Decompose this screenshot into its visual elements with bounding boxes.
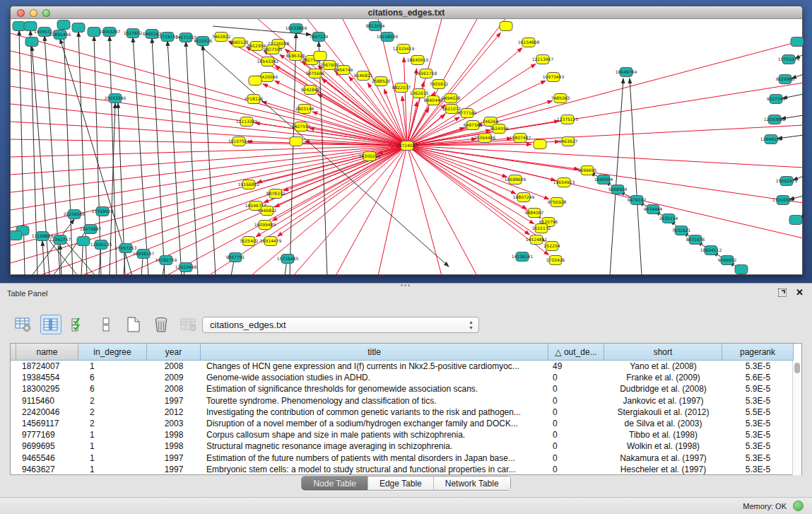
table-cell: 2009 (147, 372, 201, 383)
graph-edge[interactable] (167, 41, 182, 275)
column-header-short[interactable]: short (604, 344, 722, 361)
memory-status-dot[interactable] (793, 501, 804, 511)
graph-node-label: 1449822 (258, 208, 277, 213)
show-columns-icon[interactable] (40, 315, 61, 334)
graph-edge[interactable] (630, 78, 642, 275)
graph-edge[interactable] (11, 122, 407, 146)
graph-edge[interactable] (407, 146, 804, 203)
graph-node[interactable] (500, 22, 512, 31)
table-cell: 2003 (147, 418, 201, 429)
graph-node-label: 17359928 (92, 209, 114, 214)
network-window[interactable]: citations_edges.txt 18724007746382285601… (10, 6, 803, 275)
graph-edge[interactable] (11, 104, 407, 146)
graph-node-label: 19166852 (238, 182, 260, 187)
splitter-drag-handle[interactable] (401, 284, 411, 287)
table-cell: 19384554 (16, 372, 78, 383)
graph-edge[interactable] (60, 245, 61, 275)
graph-edge[interactable] (11, 139, 407, 146)
column-header-year[interactable]: year (147, 344, 201, 361)
graph-edge[interactable] (782, 94, 804, 98)
close-panel-icon[interactable]: ✕ (796, 287, 804, 298)
graph-node[interactable] (11, 231, 22, 240)
delete-trash-icon[interactable] (151, 315, 172, 334)
graph-edge[interactable] (32, 219, 74, 275)
graph-node-label: 7625402 (240, 238, 259, 243)
graph-node-label: 8560128 (230, 40, 249, 45)
graph-node-label: 9245652 (718, 257, 737, 262)
graph-edge[interactable] (407, 146, 529, 235)
graph-edge[interactable] (407, 146, 477, 275)
table-row[interactable]: 1456911722003Disruption of a novel membe… (11, 418, 801, 429)
table-row[interactable]: 946362711997Embryonic stem cells: a mode… (11, 464, 801, 475)
table-tabbar: Node Table Edge Table Network Table (0, 476, 812, 493)
table-cell: Corpus callosum shape and size in male p… (201, 429, 548, 440)
graph-node-label: 2588520 (372, 78, 391, 83)
column-header-title[interactable]: title (201, 344, 548, 361)
row-gutter (11, 429, 16, 440)
graph-node[interactable] (249, 76, 261, 86)
row-gutter (11, 395, 16, 407)
table-row[interactable]: 1830029562008Estimation of significance … (11, 383, 801, 395)
tab-edge-table[interactable]: Edge Table (368, 477, 434, 490)
table-row[interactable]: 946554611997Estimation of the future num… (11, 452, 801, 464)
window-titlebar[interactable]: citations_edges.txt (11, 6, 802, 19)
graph-node-label: 7463822 (212, 34, 231, 39)
table-cell: 5.3E-5 (722, 440, 794, 452)
graph-edge[interactable] (378, 146, 407, 275)
column-header-pagerank[interactable]: pagerank (722, 344, 794, 361)
graph-node[interactable] (290, 137, 302, 146)
graph-node[interactable] (77, 237, 90, 246)
table-vertical-scrollbar[interactable] (792, 361, 801, 475)
graph-edge[interactable] (283, 146, 407, 191)
table-settings-icon[interactable] (13, 315, 34, 334)
float-panel-icon[interactable] (778, 288, 787, 297)
graph-edge[interactable] (293, 146, 407, 275)
graph-edge[interactable] (133, 37, 148, 275)
graph-node[interactable] (534, 140, 546, 149)
table-cell: 0 (548, 464, 604, 475)
graph-edge[interactable] (407, 146, 534, 224)
graph-edge[interactable] (407, 146, 549, 199)
graph-node[interactable] (57, 21, 70, 30)
network-canvas[interactable]: 1872400774638228560128891295422226058982… (11, 19, 804, 275)
graph-edge[interactable] (42, 241, 45, 275)
table-cell: Changes of HCN gene expression and I(f) … (201, 361, 548, 372)
graph-node[interactable] (13, 22, 25, 31)
table-row[interactable]: 977716911998Corpus callosum shape and si… (11, 429, 801, 440)
table-row[interactable]: 2242004622012Investigating the contribut… (11, 407, 801, 418)
graph-node[interactable] (791, 37, 804, 47)
graph-node-label: 9827505 (264, 47, 283, 52)
table-select-dropdown[interactable]: citations_edges.txt ▲▼ (202, 317, 479, 333)
graph-edge[interactable] (152, 38, 165, 275)
tab-node-table[interactable]: Node Table (302, 477, 368, 490)
column-header-in_degree[interactable]: in_degree (78, 344, 147, 361)
table-cell: 0 (548, 418, 604, 429)
column-header-out_de[interactable]: △ out_de... (548, 344, 604, 361)
table-row[interactable]: 1872400712008Changes of HCN gene express… (11, 361, 801, 372)
graph-edge[interactable] (275, 146, 407, 207)
graph-node[interactable] (735, 265, 748, 274)
table-cell: 2008 (147, 361, 201, 372)
graph-edge[interactable] (60, 39, 132, 275)
table-row[interactable]: 911546021997Tourette syndrome. Phenomeno… (11, 395, 801, 407)
select-all-checks-icon[interactable] (68, 315, 89, 334)
graph-node[interactable] (72, 23, 85, 33)
graph-edge[interactable] (407, 69, 417, 146)
new-document-icon[interactable] (123, 315, 144, 334)
graph-edge[interactable] (11, 33, 407, 146)
graph-edge[interactable] (407, 40, 804, 146)
graph-node-label: 10973493 (543, 74, 565, 79)
graph-node[interactable] (25, 37, 38, 47)
tab-network-table[interactable]: Network Table (434, 477, 510, 490)
graph-node-label: 15716485 (277, 256, 299, 261)
graph-node[interactable] (314, 52, 326, 61)
table-row[interactable]: 969969511998Structural magnetic resonanc… (11, 440, 801, 452)
graph-edge[interactable] (11, 69, 407, 146)
column-header-name[interactable]: name (16, 344, 78, 361)
graph-node-label: 15692971 (776, 178, 798, 183)
graph-node[interactable] (789, 216, 802, 225)
scrollbar-thumb[interactable] (794, 363, 800, 373)
unselect-rows-icon[interactable] (95, 315, 117, 334)
graph-edge[interactable] (186, 42, 198, 275)
table-row[interactable]: 1938455462009Genome-wide association stu… (11, 372, 801, 383)
